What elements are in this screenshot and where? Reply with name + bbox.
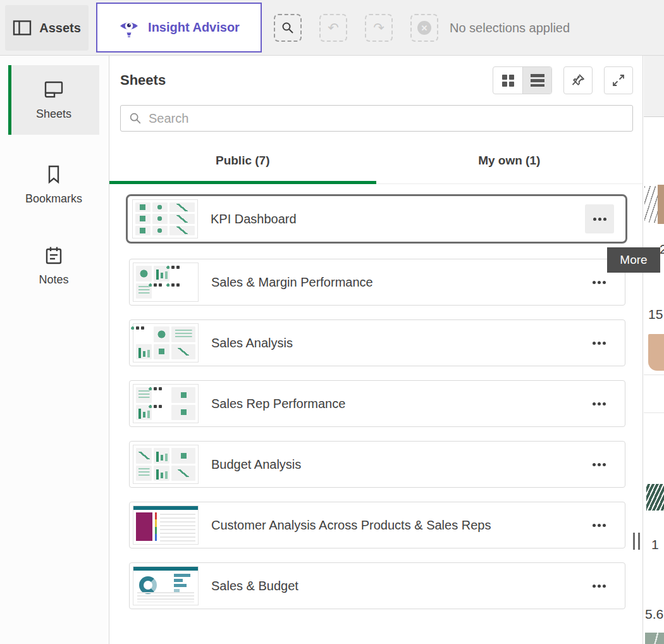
sheet-title: Sales & Budget bbox=[211, 579, 298, 593]
sheet-row[interactable]: Sales Analysis bbox=[129, 319, 625, 366]
insight-advisor-button[interactable]: Insight Advisor bbox=[96, 3, 262, 53]
search-selections-icon[interactable] bbox=[274, 14, 302, 42]
search-icon bbox=[128, 111, 142, 125]
background-chart-fragment bbox=[646, 484, 664, 511]
ellipsis-icon bbox=[593, 585, 596, 588]
background-bar-fragment bbox=[658, 185, 664, 224]
notes-icon bbox=[43, 245, 65, 266]
top-toolbar: Assets Insight Advisor ↶ bbox=[0, 0, 664, 56]
background-number-fragment: 5.6 bbox=[645, 607, 663, 622]
sheet-row[interactable]: Sales & Budget bbox=[129, 562, 625, 609]
sheet-row[interactable]: Sales & Margin Performance bbox=[129, 259, 625, 306]
more-button[interactable] bbox=[584, 511, 613, 540]
sheet-thumbnail bbox=[133, 505, 199, 545]
grid-view-icon[interactable] bbox=[493, 67, 522, 94]
redo-selection-icon: ↷ bbox=[365, 14, 393, 42]
more-button[interactable] bbox=[584, 328, 613, 357]
expand-panel-button[interactable] bbox=[604, 66, 633, 94]
assets-button-label: Assets bbox=[39, 21, 81, 35]
ellipsis-icon bbox=[593, 402, 596, 406]
sheet-thumbnail bbox=[133, 445, 199, 484]
sheet-thumbnail bbox=[132, 199, 198, 238]
sheet-tabs: Public (7) My own (1) bbox=[109, 141, 642, 184]
sheet-thumbnail bbox=[133, 566, 199, 605]
sidebar-item-bookmarks[interactable]: Bookmarks bbox=[8, 150, 99, 220]
assets-sidebar: Sheets Bookmarks Notes bbox=[0, 56, 109, 644]
app-window: Assets Insight Advisor ↶ bbox=[0, 0, 664, 644]
insight-advisor-eye-bulb-icon bbox=[118, 18, 140, 38]
sheet-icon bbox=[42, 79, 65, 101]
sheet-row[interactable]: Budget Analysis bbox=[129, 441, 625, 488]
sheet-title: KPI Dashboard bbox=[211, 212, 297, 226]
more-tooltip: More bbox=[607, 247, 660, 273]
background-number-fragment: 2 bbox=[660, 242, 664, 257]
background-toolbar-fragment bbox=[644, 56, 664, 117]
background-number-fragment: 1 bbox=[651, 537, 659, 552]
more-button[interactable] bbox=[584, 389, 613, 418]
background-chart-fragment bbox=[645, 633, 664, 644]
more-button[interactable] bbox=[584, 450, 613, 479]
expand-icon bbox=[611, 73, 626, 88]
background-app-sliver: 2 15 1 5.6 bbox=[644, 56, 664, 644]
background-divider bbox=[644, 375, 664, 375]
split-panel-icon bbox=[13, 20, 32, 36]
sheet-thumbnail bbox=[133, 263, 199, 302]
undo-selection-icon: ↶ bbox=[319, 14, 347, 42]
sheet-row[interactable]: Sales Rep Performance bbox=[129, 380, 625, 427]
list-view-icon[interactable] bbox=[522, 67, 551, 94]
sheet-title: Customer Analysis Across Products & Sale… bbox=[211, 518, 491, 533]
pin-panel-button[interactable] bbox=[563, 66, 593, 94]
sidebar-item-notes[interactable]: Notes bbox=[8, 231, 99, 300]
panel-resize-handle[interactable] bbox=[633, 533, 640, 550]
ellipsis-icon bbox=[593, 463, 596, 466]
sheet-list: KPI DashboardSales & Margin PerformanceS… bbox=[109, 184, 642, 609]
background-divider bbox=[644, 412, 664, 413]
background-number-fragment: 15 bbox=[648, 307, 663, 322]
background-bar-fragment bbox=[648, 334, 664, 371]
sidebar-item-sheets[interactable]: Sheets bbox=[8, 65, 99, 135]
assets-button[interactable]: Assets bbox=[5, 5, 89, 51]
tab-my-own[interactable]: My own (1) bbox=[376, 141, 643, 183]
insight-advisor-label: Insight Advisor bbox=[148, 20, 240, 35]
sheet-thumbnail bbox=[133, 384, 199, 423]
search-input[interactable] bbox=[149, 111, 625, 126]
pin-icon bbox=[570, 73, 586, 88]
page-title: Sheets bbox=[120, 72, 493, 89]
bookmark-icon bbox=[44, 164, 63, 185]
header-controls bbox=[493, 66, 633, 94]
sheet-title: Sales & Margin Performance bbox=[211, 275, 373, 290]
sidebar-item-label: Sheets bbox=[36, 108, 71, 121]
sheet-title: Budget Analysis bbox=[211, 457, 301, 472]
sidebar-item-label: Notes bbox=[39, 273, 68, 287]
search-box bbox=[120, 105, 633, 132]
ellipsis-icon bbox=[593, 342, 596, 345]
sheet-thumbnail bbox=[133, 323, 199, 362]
sheet-row[interactable]: KPI Dashboard bbox=[126, 194, 627, 244]
ellipsis-icon bbox=[593, 281, 596, 284]
selections-status: No selections applied bbox=[450, 0, 570, 56]
ellipsis-icon bbox=[593, 218, 596, 221]
view-toggle bbox=[493, 66, 552, 94]
background-chart-fragment bbox=[644, 186, 658, 223]
panel-header: Sheets bbox=[109, 56, 642, 95]
sheet-row[interactable]: Customer Analysis Across Products & Sale… bbox=[129, 502, 625, 548]
assets-panel: Sheets bbox=[109, 56, 643, 644]
tab-public[interactable]: Public (7) bbox=[109, 141, 376, 183]
more-button[interactable] bbox=[585, 204, 614, 233]
clear-selections-icon: ✕ bbox=[410, 14, 438, 42]
sheet-title: Sales Rep Performance bbox=[211, 397, 345, 411]
sidebar-item-label: Bookmarks bbox=[25, 192, 82, 206]
more-button[interactable] bbox=[584, 571, 613, 600]
sheet-title: Sales Analysis bbox=[211, 336, 293, 350]
ellipsis-icon bbox=[593, 524, 596, 527]
